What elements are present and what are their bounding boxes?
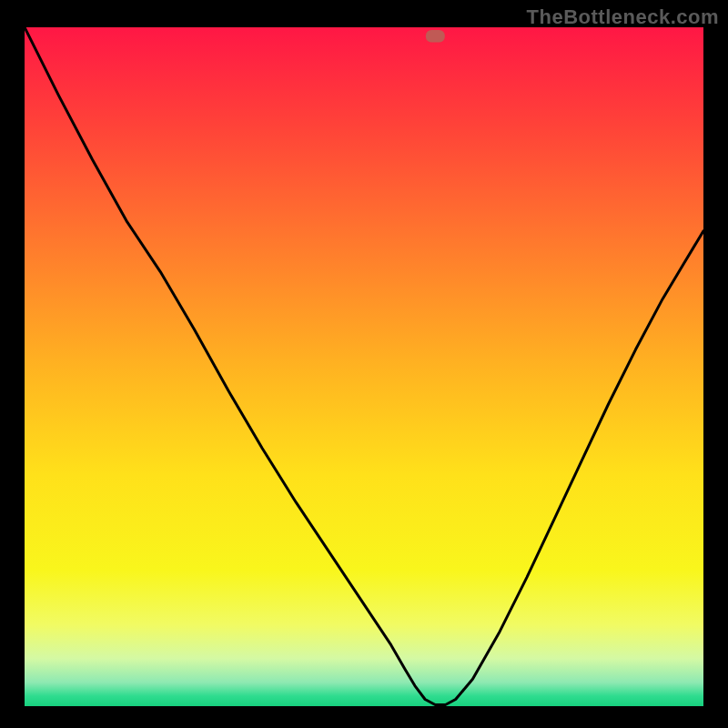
chart-frame: TheBottleneck.com [0, 0, 728, 728]
optimum-marker [426, 30, 445, 42]
bottleneck-plot [25, 27, 703, 706]
watermark-text: TheBottleneck.com [527, 5, 719, 29]
